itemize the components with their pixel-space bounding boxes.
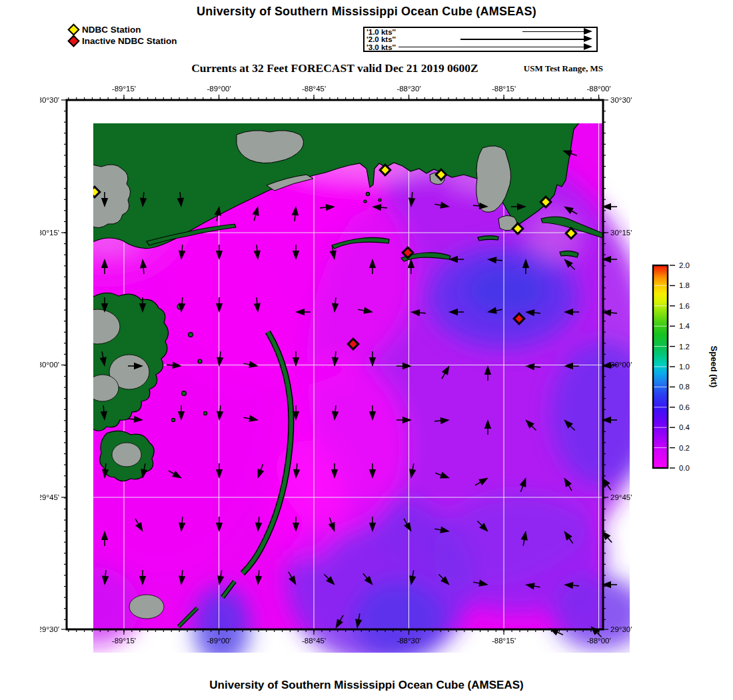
- scale-arrow-shaft: [522, 31, 584, 32]
- colorbar-tick-label: 1.8: [679, 281, 690, 289]
- y-axis-label: 30°30': [40, 96, 59, 104]
- scale-row-label: '3.0 kts'': [366, 43, 396, 51]
- legend-item: NDBC Station: [69, 24, 177, 35]
- colorbar-ticks: [670, 265, 675, 468]
- speed-colorbar: 0.00.20.40.60.81.01.21.41.61.82.0 Speed …: [636, 252, 733, 482]
- colorbar-tick-label: 0.8: [679, 383, 690, 391]
- scale-row: '3.0 kts'': [365, 43, 596, 51]
- legend-item-label: Inactive NDBC Station: [82, 36, 177, 46]
- x-axis-label: -88°45': [302, 85, 326, 93]
- colorbar-tick-labels: 0.00.20.40.60.81.01.21.41.61.82.0: [679, 261, 690, 472]
- legend-item-label: NDBC Station: [82, 25, 141, 35]
- colorbar-tick-label: 0.6: [679, 403, 690, 411]
- scale-arrow-head-icon: [584, 35, 592, 42]
- colorbar-tick-label: 2.0: [679, 261, 690, 269]
- map-content: [40, 100, 633, 667]
- x-axis-label: -88°15': [492, 637, 516, 645]
- subtitle-row: Currents at 32 Feet FORECAST valid Dec 2…: [67, 61, 603, 76]
- y-axis-label: 30°15': [610, 229, 632, 237]
- scale-row: '2.0 kts'': [365, 35, 596, 43]
- forecast-subtitle: Currents at 32 Feet FORECAST valid Dec 2…: [67, 61, 603, 75]
- y-axis-label: 30°00': [610, 361, 632, 369]
- colorbar-tick-label: 1.0: [679, 363, 690, 371]
- y-axis-label: 29°30': [40, 625, 59, 633]
- y-axis-label: 29°45': [610, 493, 632, 501]
- scale-arrow-head-icon: [584, 28, 592, 35]
- y-axis-label: 30°00': [40, 361, 59, 369]
- colorbar-tick-label: 0.0: [679, 464, 690, 472]
- colorbar-tick-label: 0.4: [679, 423, 690, 431]
- currents-map: -89°15'-89°15'-89°00'-89°00'-88°45'-88°4…: [40, 77, 633, 667]
- x-axis-label: -89°15': [112, 637, 136, 645]
- legend-item: Inactive NDBC Station: [69, 35, 177, 47]
- y-axis-label: 29°45': [40, 493, 59, 501]
- scale-arrow-head-icon: [584, 43, 592, 50]
- x-axis-label: -88°00': [586, 637, 610, 645]
- scale-row-label: '2.0 kts'': [366, 35, 396, 43]
- y-axis-label: 29°30': [610, 625, 632, 633]
- current-speed-scale-box: '1.0 kts'''2.0 kts'''3.0 kts'': [363, 27, 598, 52]
- colorbar-tick-label: 1.4: [679, 322, 690, 330]
- page-title: University of Southern Mississippi Ocean…: [0, 5, 733, 19]
- colorbar-axis-label: Speed (kt): [709, 346, 719, 388]
- x-axis-label: -89°00': [207, 637, 231, 645]
- scale-arrow-shaft: [398, 47, 584, 47]
- scale-row: '1.0 kts'': [365, 28, 596, 35]
- footer-title: University of Southern Mississippi Ocean…: [0, 679, 733, 692]
- colorbar-tick-label: 1.6: [679, 302, 690, 310]
- scale-arrow-shaft: [460, 39, 584, 39]
- colorbar-tick-label: 0.2: [679, 444, 690, 452]
- station-legend: NDBC StationInactive NDBC Station: [69, 24, 177, 47]
- y-axis-label: 30°30': [610, 96, 632, 104]
- station-diamond-icon: [67, 23, 79, 35]
- colorbar-tick-label: 1.2: [679, 343, 690, 351]
- colorbar-area: 0.00.20.40.60.81.01.21.41.61.82.0 Speed …: [636, 252, 733, 482]
- x-axis-label: -88°00': [586, 85, 610, 93]
- x-axis-label: -88°45': [302, 637, 326, 645]
- x-axis-label: -88°15': [492, 85, 516, 93]
- x-axis-label: -88°30': [396, 637, 420, 645]
- x-axis-label: -88°30': [396, 85, 420, 93]
- scale-row-label: '1.0 kts'': [366, 28, 396, 36]
- x-axis-label: -89°00': [207, 85, 231, 93]
- y-axis-label: 30°15': [40, 229, 59, 237]
- station-diamond-icon: [67, 35, 79, 47]
- region-label: USM Test Range, MS: [524, 63, 603, 74]
- x-axis-label: -89°15': [112, 85, 136, 93]
- map-area: -89°15'-89°15'-89°00'-89°00'-88°45'-88°4…: [40, 77, 633, 667]
